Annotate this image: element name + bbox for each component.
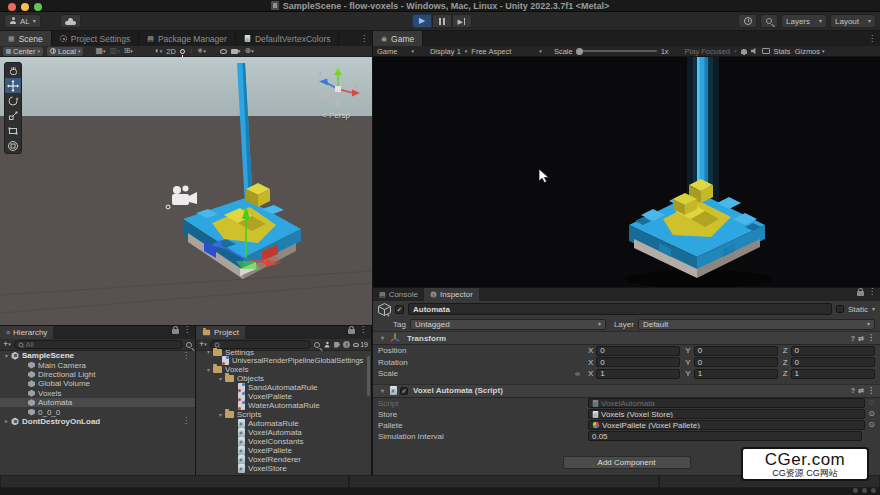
undo-history-button[interactable] [738,14,757,28]
cloud-services-button[interactable] [60,14,81,28]
scene-visibility-toggle[interactable] [220,49,227,54]
step-button[interactable] [452,14,472,28]
tab-game[interactable]: Game [373,31,423,46]
pallete-object-field[interactable]: VoxelPallete (Voxel Pallete) [588,420,865,430]
expand-arrow[interactable] [204,349,213,355]
tree-item-selected[interactable]: Automata [0,398,195,407]
help-icon[interactable] [851,387,855,394]
gameobject-name-field[interactable]: Automata [408,303,832,315]
rotation-z-field[interactable]: 0 [791,357,875,367]
perspective-label[interactable]: < Persp [300,111,372,120]
more-icon[interactable] [867,387,875,395]
transform-tool[interactable] [5,138,21,153]
position-y-field[interactable]: 0 [694,346,778,356]
tree-item-script[interactable]: VoxelAutomata [196,428,371,437]
tree-item-asset[interactable]: VoxelPallete [196,392,371,401]
presets-icon[interactable] [858,335,864,342]
project-create-button[interactable] [199,340,207,349]
static-checkbox[interactable] [836,305,844,313]
account-dropdown[interactable]: AL [4,14,41,28]
tag-dropdown[interactable]: Untagged [410,319,606,330]
tree-item[interactable]: 0_0_0 [0,407,195,416]
hierarchy-more-button[interactable] [179,326,195,339]
scene-audio-toggle[interactable] [189,47,193,55]
help-icon[interactable] [851,335,855,342]
status-dot-icon[interactable] [871,488,876,493]
expand-arrow[interactable] [204,367,213,373]
layers-dropdown[interactable]: Layers [781,14,827,28]
foldout-arrow[interactable] [378,388,387,394]
expand-arrow[interactable] [216,376,225,382]
lock-icon[interactable] [348,329,355,334]
rotate-tool[interactable] [5,93,21,108]
layout-dropdown[interactable]: Layout [830,14,876,28]
rotation-y-field[interactable]: 0 [694,357,778,367]
inspector-more-button[interactable] [864,288,880,301]
tree-item-asset[interactable]: UniversalRenderPipelineGlobalSettings [196,356,371,365]
alert-icon[interactable]: ! [343,341,350,348]
transform-component-header[interactable]: Transform [373,331,880,345]
project-more-button[interactable] [355,326,371,339]
status-dot-icon[interactable] [862,488,867,493]
prefab-dropdown-icon[interactable] [387,313,390,318]
store-object-field[interactable]: Voxels (Voxel Store) [588,409,865,419]
camera-settings-dropdown[interactable] [231,49,241,54]
tree-item-script[interactable]: VoxelConstants [196,437,371,446]
tree-item-folder[interactable]: Voxels [196,365,371,374]
tree-item-asset[interactable]: WaterAutomataRule [196,401,371,410]
tree-item-folder[interactable]: Scripts [196,410,371,419]
move-tool[interactable] [5,78,21,93]
tree-item-script[interactable]: AutomataRule [196,419,371,428]
pivot-dropdown[interactable]: Center [3,47,43,56]
more-icon[interactable] [867,334,875,342]
scale-slider-knob[interactable] [576,48,583,55]
game-view-menu[interactable]: Game [377,47,414,56]
scene-viewport[interactable]: y x z < Persp [0,57,372,325]
more-icon[interactable] [182,417,193,425]
tree-item-asset[interactable]: SandAutomataRule [196,383,371,392]
vsync-icon[interactable] [762,48,770,54]
lock-icon[interactable] [172,329,179,334]
component-enabled-checkbox[interactable] [400,387,408,395]
object-picker-icon[interactable] [868,421,875,429]
tree-item-script[interactable]: VoxelPallete [196,446,371,455]
simulation-interval-field[interactable]: 0.05 [588,431,862,441]
play-focused-dropdown[interactable]: Play Focused [685,47,737,56]
tree-item-dontdestroy[interactable]: DontDestroyOnLoad [0,417,195,426]
tree-item-scene[interactable]: SampleScene [0,351,195,360]
scene-lighting-toggle[interactable] [180,49,185,54]
position-x-field[interactable]: 0 [596,346,680,356]
scale-z-field[interactable]: 1 [791,369,875,379]
pause-button[interactable] [432,14,452,28]
tree-item-script[interactable]: VoxelStore [196,464,371,473]
presets-icon[interactable] [858,387,864,394]
object-picker-icon[interactable] [868,410,875,418]
stats-toggle[interactable]: Stats [774,47,791,56]
scene-tabbar-more-button[interactable] [356,31,372,46]
collapse-arrow[interactable] [2,418,11,424]
tree-item[interactable]: Global Volume [0,379,195,388]
active-checkbox[interactable] [395,305,404,314]
tab-inspector[interactable]: iInspector [424,288,479,301]
game-viewport[interactable] [372,57,880,287]
add-component-button[interactable]: Add Component [563,456,691,469]
scale-link-icon[interactable] [575,370,580,377]
grid-snapping-button[interactable] [95,47,105,55]
tab-project[interactable]: Project [196,326,245,339]
search-button[interactable] [760,14,778,28]
snap-increment-button[interactable] [110,47,120,55]
scene-orientation-gizmo[interactable]: y x z [312,62,364,112]
rect-tool[interactable] [5,123,21,138]
display-dropdown[interactable]: Display 1 [430,47,467,56]
game-tabbar-more-button[interactable] [864,31,880,46]
scale-x-field[interactable]: 1 [596,369,680,379]
status-dot-icon[interactable] [853,488,858,493]
tool-snap-button[interactable] [124,47,133,55]
tab-project-settings[interactable]: Project Settings [52,31,140,46]
handle-orientation-dropdown[interactable]: Local [47,47,83,56]
mute-audio-toggle[interactable] [741,49,747,54]
search-by-type-icon[interactable] [186,342,192,348]
hierarchy-create-button[interactable] [3,340,11,349]
aspect-dropdown[interactable]: Free Aspect [471,47,542,56]
tab-package-manager[interactable]: Package Manager [139,31,236,46]
